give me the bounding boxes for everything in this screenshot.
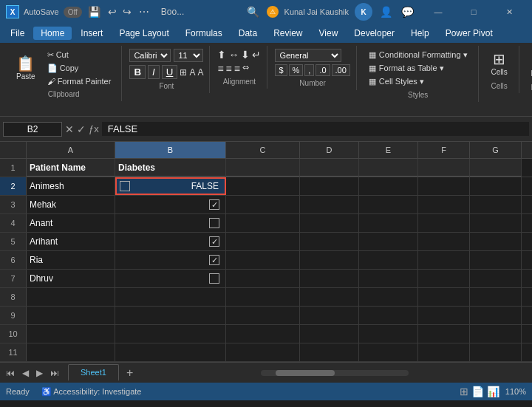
cell-d6[interactable] <box>300 251 359 269</box>
cancel-formula-icon[interactable]: ✕ <box>65 123 74 135</box>
currency-button[interactable]: $ <box>275 64 287 76</box>
cell-e6[interactable] <box>359 251 418 269</box>
sheet-nav-prev[interactable]: ◀ <box>19 366 32 380</box>
comments-icon[interactable]: 💬 <box>400 4 415 19</box>
cell-e2[interactable] <box>359 177 418 195</box>
cell-f2[interactable] <box>418 177 470 195</box>
insert-function-icon[interactable]: ƒx <box>89 123 99 135</box>
cells-button[interactable]: ⊞ Cells <box>486 49 513 79</box>
menu-view[interactable]: View <box>312 27 346 40</box>
cell-d9[interactable] <box>300 307 359 324</box>
col-header-g[interactable]: G <box>470 142 522 158</box>
menu-home[interactable]: Home <box>33 27 72 40</box>
col-header-d[interactable]: D <box>300 142 359 158</box>
normal-view-icon[interactable]: ⊞ <box>460 386 468 397</box>
cell-g10[interactable] <box>470 325 522 343</box>
font-size-select[interactable]: 11 <box>174 49 203 62</box>
redo-icon[interactable]: ↪ <box>121 4 133 19</box>
cell-d4[interactable] <box>300 214 359 232</box>
fill-icon[interactable]: A <box>189 67 195 78</box>
cell-d5[interactable] <box>300 233 359 250</box>
cell-g2[interactable] <box>470 177 522 195</box>
cell-c2[interactable] <box>226 177 300 195</box>
cell-b1[interactable]: Diabetes <box>115 159 226 177</box>
cell-d7[interactable] <box>300 270 359 287</box>
checkbox-b6[interactable] <box>209 255 219 265</box>
cell-e8[interactable] <box>359 288 418 306</box>
cell-c1[interactable] <box>226 159 300 177</box>
underline-button[interactable]: U <box>162 65 178 79</box>
comma-button[interactable]: , <box>304 64 314 76</box>
col-header-e[interactable]: E <box>359 142 418 158</box>
cell-f6[interactable] <box>418 251 470 269</box>
format-painter-button[interactable]: 🖌 Format Painter <box>43 75 116 87</box>
cell-d11[interactable] <box>300 343 359 361</box>
sheet-nav-last[interactable]: ⏭ <box>47 366 62 380</box>
percent-button[interactable]: % <box>289 64 304 76</box>
maximize-button[interactable]: □ <box>457 0 491 24</box>
cell-styles-button[interactable]: ▦ Cell Styles ▾ <box>364 75 472 88</box>
cell-b2[interactable]: FALSE <box>115 177 226 195</box>
sheet-nav-first[interactable]: ⏮ <box>3 366 18 380</box>
cell-e5[interactable] <box>359 233 418 250</box>
cell-a5[interactable]: Arihant <box>27 233 115 250</box>
increase-decimal-button[interactable]: .0 <box>316 64 330 76</box>
align-right-icon[interactable]: ≡ <box>234 63 240 75</box>
share-icon[interactable]: 👤 <box>378 4 394 19</box>
cell-g8[interactable] <box>470 288 522 306</box>
cell-c9[interactable] <box>226 307 300 324</box>
formula-input[interactable]: FALSE <box>102 122 529 136</box>
page-break-view-icon[interactable]: 📊 <box>487 386 499 397</box>
cell-b8[interactable] <box>115 288 226 306</box>
close-button[interactable]: ✕ <box>492 0 526 24</box>
cell-f11[interactable] <box>418 343 470 361</box>
font-family-select[interactable]: Calibri <box>129 49 171 62</box>
cell-f7[interactable] <box>418 270 470 287</box>
search-icon[interactable]: 🔍 <box>245 4 261 19</box>
cell-f9[interactable] <box>418 307 470 324</box>
menu-page-layout[interactable]: Page Layout <box>112 27 176 40</box>
col-header-f[interactable]: F <box>418 142 470 158</box>
sheet-nav-next[interactable]: ▶ <box>33 366 46 380</box>
cell-f1[interactable] <box>418 159 470 177</box>
cell-d2[interactable] <box>300 177 359 195</box>
cell-e1[interactable] <box>359 159 418 177</box>
editing-button[interactable]: ∑ Editing <box>527 49 532 81</box>
cell-g5[interactable] <box>470 233 522 250</box>
cell-e7[interactable] <box>359 270 418 287</box>
cell-c10[interactable] <box>226 325 300 343</box>
autosave-toggle[interactable]: Off <box>64 7 82 18</box>
cell-a1[interactable]: Patient Name <box>27 159 115 177</box>
menu-data[interactable]: Data <box>231 27 265 40</box>
cell-b11[interactable] <box>115 343 226 361</box>
menu-file[interactable]: File <box>3 27 32 40</box>
cell-g3[interactable] <box>470 196 522 213</box>
menu-formulas[interactable]: Formulas <box>178 27 230 40</box>
col-header-c[interactable]: C <box>226 142 300 158</box>
merge-center-icon[interactable]: ⇔ <box>242 63 249 75</box>
cell-e3[interactable] <box>359 196 418 213</box>
cell-g6[interactable] <box>470 251 522 269</box>
cell-d1[interactable] <box>300 159 359 177</box>
cell-e4[interactable] <box>359 214 418 232</box>
menu-help[interactable]: Help <box>403 27 437 40</box>
col-header-b[interactable]: B <box>115 142 226 158</box>
cell-b3[interactable] <box>115 196 226 213</box>
align-middle-icon[interactable]: ↔ <box>228 49 239 61</box>
menu-review[interactable]: Review <box>266 27 310 40</box>
cell-g9[interactable] <box>470 307 522 324</box>
conditional-formatting-button[interactable]: ▦ Conditional Formatting ▾ <box>364 49 472 61</box>
align-top-icon[interactable]: ⬆ <box>217 49 226 61</box>
cell-c3[interactable] <box>226 196 300 213</box>
cell-a11[interactable] <box>27 343 115 361</box>
scrollbar-thumb[interactable] <box>276 370 335 376</box>
format-as-table-button[interactable]: ▦ Format as Table ▾ <box>364 62 472 75</box>
minimize-button[interactable]: — <box>421 0 455 24</box>
number-format-select[interactable]: General <box>275 49 341 62</box>
page-layout-view-icon[interactable]: 📄 <box>471 386 484 397</box>
cell-a9[interactable] <box>27 307 115 324</box>
cell-c11[interactable] <box>226 343 300 361</box>
cell-c7[interactable] <box>226 270 300 287</box>
cell-g1[interactable] <box>470 159 522 177</box>
cut-button[interactable]: ✂ Cut <box>43 49 116 61</box>
